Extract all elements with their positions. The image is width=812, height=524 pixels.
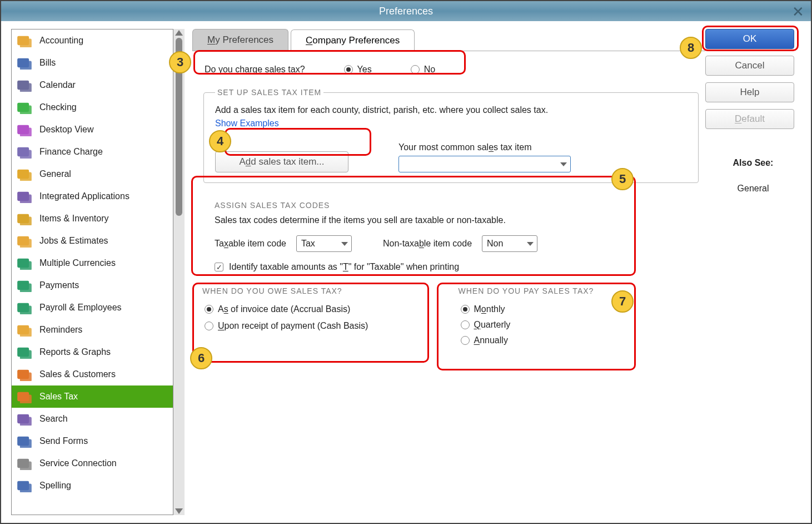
sidebar-item-label: Sales Tax: [39, 392, 78, 402]
also-see-item[interactable]: General: [705, 184, 801, 194]
sidebar-icon: [16, 412, 33, 426]
sidebar-item-finance-charge[interactable]: Finance Charge: [12, 141, 173, 163]
owe-cash-radio[interactable]: Upon receipt of payment (Cash Basis): [205, 321, 442, 331]
sidebar-item-label: Service Connection: [39, 458, 117, 468]
svg-rect-7: [20, 106, 32, 115]
sidebar-icon: [16, 278, 33, 293]
sidebar-icon: [16, 256, 33, 270]
sidebar-item-reminders[interactable]: Reminders: [12, 319, 173, 341]
sidebar-item-label: Accounting: [39, 36, 83, 46]
sidebar-item-payroll-employees[interactable]: Payroll & Employees: [12, 296, 173, 319]
sidebar-item-label: Reminders: [39, 325, 82, 335]
tab-company-preferences[interactable]: Company Preferences: [291, 29, 415, 51]
taxable-code-label: Taxable item code: [215, 239, 286, 249]
sidebar-icon: [16, 211, 33, 226]
identify-taxable-checkbox[interactable]: Identify taxable amounts as "T" for "Tax…: [215, 262, 688, 272]
tab-my-preferences[interactable]: My Preferences: [192, 29, 288, 51]
callout-7: 7: [611, 290, 634, 313]
chevron-down-icon: [527, 242, 534, 246]
charge-yes-radio[interactable]: Yes: [344, 65, 372, 75]
codes-desc: Sales tax codes determine if the items y…: [215, 215, 688, 225]
sidebar-item-bills[interactable]: Bills: [12, 52, 173, 74]
svg-rect-23: [20, 284, 32, 293]
sidebar-item-items-inventory[interactable]: Items & Inventory: [12, 207, 173, 230]
sidebar-item-integrated-applications[interactable]: Integrated Applications: [12, 185, 173, 207]
pay-annually-radio[interactable]: Annually: [461, 335, 698, 345]
sidebar-item-label: Items & Inventory: [39, 214, 109, 224]
svg-rect-37: [20, 439, 32, 448]
help-button[interactable]: Help: [705, 82, 794, 102]
scroll-up-icon[interactable]: [175, 30, 183, 36]
chevron-down-icon: [341, 242, 348, 246]
owe-accrual-radio[interactable]: As of invoice date (Accrual Basis): [205, 304, 442, 314]
sidebar-item-desktop-view[interactable]: Desktop View: [12, 118, 173, 141]
scroll-down-icon[interactable]: [175, 508, 183, 514]
svg-rect-31: [20, 373, 32, 382]
svg-rect-13: [20, 172, 32, 181]
svg-rect-29: [20, 350, 32, 359]
svg-rect-41: [20, 484, 32, 493]
sidebar-item-general[interactable]: General: [12, 163, 173, 185]
charge-no-radio[interactable]: No: [411, 65, 435, 75]
sidebar-item-label: General: [39, 169, 71, 179]
sidebar-item-send-forms[interactable]: Send Forms: [12, 430, 173, 452]
sidebar-item-payments[interactable]: Payments: [12, 274, 173, 296]
pay-legend: WHEN DO YOU PAY SALES TAX?: [459, 286, 700, 295]
sidebar-item-multiple-currencies[interactable]: Multiple Currencies: [12, 252, 173, 274]
sidebar-icon: [16, 78, 33, 92]
preferences-window: Preferences ✕ AccountingBillsCalendarChe…: [0, 0, 812, 524]
sidebar-icon: [16, 145, 33, 159]
setup-legend: SET UP SALES TAX ITEM: [215, 88, 323, 97]
sidebar-scrollbar[interactable]: [173, 29, 185, 515]
common-item-label: Your most common sales tax item: [398, 142, 571, 152]
svg-rect-11: [20, 150, 32, 159]
category-sidebar: AccountingBillsCalendarCheckingDesktop V…: [11, 29, 173, 515]
sidebar-item-service-connection[interactable]: Service Connection: [12, 452, 173, 474]
sidebar-icon: [16, 478, 33, 493]
sidebar-item-label: Calendar: [39, 80, 76, 90]
common-sales-tax-select[interactable]: [398, 156, 571, 172]
svg-rect-1: [20, 39, 32, 48]
sidebar-item-calendar[interactable]: Calendar: [12, 74, 173, 96]
add-sales-tax-item-button[interactable]: Add sales tax item...: [215, 151, 348, 172]
pay-tax-box: WHEN DO YOU PAY SALES TAX? Monthly Quart…: [459, 286, 700, 349]
cancel-button[interactable]: Cancel: [705, 56, 794, 76]
tab-bar: My Preferences Company Preferences: [192, 29, 705, 51]
taxable-code-select[interactable]: Tax: [296, 235, 352, 252]
sidebar-item-label: Spelling: [39, 481, 71, 491]
pay-quarterly-radio[interactable]: Quarterly: [461, 320, 698, 330]
nontaxable-code-label: Non-taxable item code: [383, 239, 472, 249]
nontaxable-code-select[interactable]: Non: [482, 235, 537, 252]
pay-monthly-radio[interactable]: Monthly: [461, 304, 698, 314]
right-button-col: OK Cancel Help Default Also See: General: [705, 21, 811, 523]
ok-button[interactable]: OK: [705, 29, 794, 49]
charge-tax-label: Do you charge sales tax?: [205, 65, 305, 75]
sidebar-wrap: AccountingBillsCalendarCheckingDesktop V…: [1, 21, 185, 523]
sidebar-item-label: Reports & Graphs: [39, 347, 111, 357]
sidebar-item-sales-tax[interactable]: Sales Tax: [12, 385, 173, 408]
default-button[interactable]: Default: [705, 109, 794, 129]
callout-5: 5: [611, 168, 634, 190]
sidebar-item-sales-customers[interactable]: Sales & Customers: [12, 363, 173, 385]
sidebar-item-spelling[interactable]: Spelling: [12, 474, 173, 497]
sidebar-icon: [16, 367, 33, 382]
show-examples-link[interactable]: Show Examples: [215, 118, 279, 128]
sidebar-item-label: Desktop View: [39, 125, 94, 135]
sidebar-item-jobs-estimates[interactable]: Jobs & Estimates: [12, 230, 173, 252]
svg-rect-33: [20, 395, 32, 404]
sidebar-icon: [16, 33, 33, 48]
owe-legend: WHEN DO YOU OWE SALES TAX?: [202, 286, 444, 295]
owe-tax-box: WHEN DO YOU OWE SALES TAX? As of invoice…: [202, 286, 444, 334]
sidebar-item-accounting[interactable]: Accounting: [12, 29, 173, 52]
sidebar-item-search[interactable]: Search: [12, 408, 173, 430]
svg-rect-17: [20, 217, 32, 226]
sidebar-item-label: Sales & Customers: [39, 369, 116, 379]
main-panel: My Preferences Company Preferences Do yo…: [185, 21, 705, 523]
close-icon[interactable]: ✕: [792, 3, 804, 21]
sidebar-icon: [16, 122, 33, 137]
sidebar-item-reports-graphs[interactable]: Reports & Graphs: [12, 341, 173, 363]
svg-rect-21: [20, 261, 32, 270]
sidebar-item-label: Checking: [39, 102, 77, 112]
sidebar-icon: [16, 167, 33, 181]
sidebar-item-checking[interactable]: Checking: [12, 96, 173, 118]
